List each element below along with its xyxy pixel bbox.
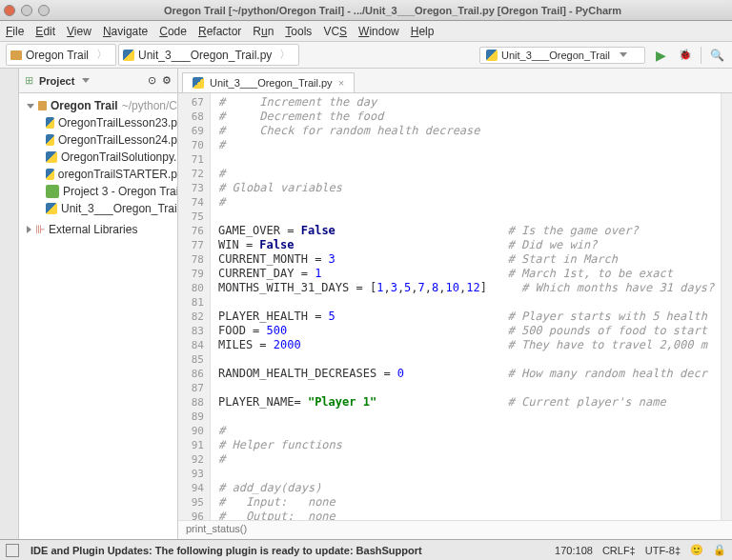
python-file-icon	[46, 134, 54, 146]
menu-refactor[interactable]: Refactor	[198, 25, 241, 38]
folder-icon	[38, 101, 47, 110]
toolbar: Oregon Trail Unit_3___Oregon_Trail.py Un…	[0, 42, 732, 69]
menu-edit[interactable]: Edit	[35, 25, 55, 38]
python-file-icon	[46, 203, 57, 214]
close-tab-icon[interactable]: ×	[338, 77, 344, 89]
inspection-icon[interactable]: 🙂	[690, 544, 703, 556]
tree-file[interactable]: OregonTrailLesson24.p	[19, 131, 177, 149]
menu-tools[interactable]: Tools	[285, 25, 312, 38]
run-config-selector[interactable]: Unit_3___Oregon_Trail	[479, 47, 645, 64]
settings-icon[interactable]: ⚙	[162, 74, 172, 87]
status-icon[interactable]	[6, 544, 19, 557]
tab-active[interactable]: Unit_3___Oregon_Trail.py×	[182, 72, 355, 92]
marker-stripe[interactable]	[721, 93, 732, 520]
run-button[interactable]: ▶	[651, 46, 670, 65]
maximize-window-button[interactable]	[38, 5, 50, 16]
collapse-icon[interactable]: ⊙	[148, 74, 156, 87]
breadcrumb: Oregon Trail Unit_3___Oregon_Trail.py	[6, 44, 299, 66]
editor-breadcrumb[interactable]: print_status()	[178, 520, 732, 539]
editor: Unit_3___Oregon_Trail.py× 67 68 69 70 71…	[178, 69, 732, 539]
left-gutter[interactable]	[0, 69, 19, 539]
minimize-window-button[interactable]	[21, 5, 32, 16]
menu-vcs[interactable]: VCS	[323, 25, 347, 38]
lock-icon[interactable]: 🔒	[713, 544, 726, 556]
python-file-icon	[193, 77, 204, 89]
tree-file[interactable]: OregonTrailSolutionpy.	[19, 149, 177, 166]
tree-file[interactable]: Unit_3___Oregon_Trai	[19, 200, 177, 217]
project-tree: Oregon Trail ~/python/C OregonTrailLesso…	[19, 93, 177, 242]
titlebar: Oregon Trail [~/python/Oregon Trail] - .…	[0, 0, 732, 21]
window-controls	[4, 5, 50, 16]
python-file-icon	[46, 117, 54, 129]
menu-bar: File Edit View Navigate Code Refactor Ru…	[0, 21, 732, 42]
tree-file[interactable]: OregonTrailLesson23.p	[19, 114, 177, 131]
menu-run[interactable]: Run	[253, 25, 274, 38]
breadcrumb-file[interactable]: Unit_3___Oregon_Trail.py	[118, 44, 299, 66]
code-area[interactable]: 67 68 69 70 71 72 73 74 75 76 77 78 79 8…	[178, 93, 732, 520]
python-file-icon	[46, 169, 54, 180]
python-file-icon	[486, 50, 498, 61]
python-file-icon	[46, 151, 57, 163]
menu-view[interactable]: View	[67, 25, 92, 38]
python-file-icon	[123, 50, 134, 61]
tree-root[interactable]: Oregon Trail ~/python/C	[19, 97, 177, 114]
project-sidebar: ⊞Project ⊙⚙ Oregon Trail ~/python/C Oreg…	[19, 69, 178, 539]
doc-icon	[46, 185, 59, 198]
search-button[interactable]: 🔍	[707, 46, 726, 65]
window-title: Oregon Trail [~/python/Oregon Trail] - .…	[57, 5, 728, 16]
code-lines[interactable]: # Increment the day # Decrement the food…	[211, 93, 721, 520]
tree-file[interactable]: Project 3 - Oregon Trai	[19, 183, 177, 200]
menu-code[interactable]: Code	[159, 25, 187, 38]
line-separator[interactable]: CRLF‡	[602, 545, 636, 556]
cursor-position[interactable]: 170:108	[555, 545, 593, 556]
tree-external-libs[interactable]: ⊪ External Libraries	[19, 221, 177, 238]
tree-file[interactable]: oregonTrailSTARTER.p	[19, 166, 177, 183]
line-gutter: 67 68 69 70 71 72 73 74 75 76 77 78 79 8…	[178, 93, 211, 520]
status-bar: IDE and Plugin Updates: The following pl…	[0, 539, 732, 560]
status-message[interactable]: IDE and Plugin Updates: The following pl…	[30, 545, 422, 556]
sidebar-header[interactable]: ⊞Project ⊙⚙	[19, 69, 177, 93]
breadcrumb-root[interactable]: Oregon Trail	[6, 44, 116, 66]
encoding[interactable]: UTF-8‡	[645, 545, 681, 556]
menu-navigate[interactable]: Navigate	[103, 25, 148, 38]
debug-button[interactable]: 🐞	[676, 46, 695, 65]
menu-file[interactable]: File	[6, 25, 24, 38]
menu-window[interactable]: Window	[358, 25, 399, 38]
folder-icon	[10, 50, 22, 60]
editor-tabs: Unit_3___Oregon_Trail.py×	[178, 69, 732, 93]
close-window-button[interactable]	[4, 5, 15, 16]
menu-help[interactable]: Help	[411, 25, 435, 38]
